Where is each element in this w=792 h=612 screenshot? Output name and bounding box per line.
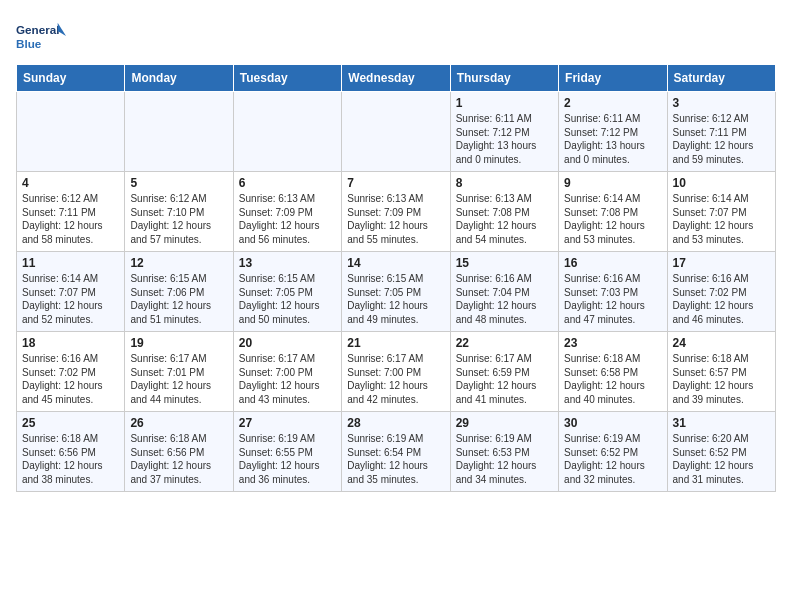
- weekday-header-wednesday: Wednesday: [342, 65, 450, 92]
- day-number: 26: [130, 416, 227, 430]
- weekday-header-sunday: Sunday: [17, 65, 125, 92]
- logo: General Blue: [16, 16, 66, 56]
- day-info: Sunrise: 6:19 AM Sunset: 6:53 PM Dayligh…: [456, 432, 553, 486]
- day-info: Sunrise: 6:15 AM Sunset: 7:06 PM Dayligh…: [130, 272, 227, 326]
- day-info: Sunrise: 6:13 AM Sunset: 7:09 PM Dayligh…: [239, 192, 336, 246]
- day-number: 21: [347, 336, 444, 350]
- day-number: 1: [456, 96, 553, 110]
- day-info: Sunrise: 6:16 AM Sunset: 7:03 PM Dayligh…: [564, 272, 661, 326]
- calendar-cell: 26Sunrise: 6:18 AM Sunset: 6:56 PM Dayli…: [125, 412, 233, 492]
- calendar-cell: [233, 92, 341, 172]
- logo-svg: General Blue: [16, 16, 66, 56]
- weekday-header-saturday: Saturday: [667, 65, 775, 92]
- day-info: Sunrise: 6:19 AM Sunset: 6:52 PM Dayligh…: [564, 432, 661, 486]
- day-info: Sunrise: 6:19 AM Sunset: 6:54 PM Dayligh…: [347, 432, 444, 486]
- day-info: Sunrise: 6:12 AM Sunset: 7:11 PM Dayligh…: [22, 192, 119, 246]
- calendar-cell: 30Sunrise: 6:19 AM Sunset: 6:52 PM Dayli…: [559, 412, 667, 492]
- calendar-week-row: 4Sunrise: 6:12 AM Sunset: 7:11 PM Daylig…: [17, 172, 776, 252]
- day-number: 27: [239, 416, 336, 430]
- calendar-week-row: 25Sunrise: 6:18 AM Sunset: 6:56 PM Dayli…: [17, 412, 776, 492]
- day-info: Sunrise: 6:17 AM Sunset: 6:59 PM Dayligh…: [456, 352, 553, 406]
- day-number: 2: [564, 96, 661, 110]
- calendar-cell: 22Sunrise: 6:17 AM Sunset: 6:59 PM Dayli…: [450, 332, 558, 412]
- calendar-cell: [125, 92, 233, 172]
- calendar-cell: 15Sunrise: 6:16 AM Sunset: 7:04 PM Dayli…: [450, 252, 558, 332]
- day-number: 30: [564, 416, 661, 430]
- calendar-cell: 4Sunrise: 6:12 AM Sunset: 7:11 PM Daylig…: [17, 172, 125, 252]
- day-number: 24: [673, 336, 770, 350]
- day-info: Sunrise: 6:14 AM Sunset: 7:07 PM Dayligh…: [22, 272, 119, 326]
- calendar-cell: 16Sunrise: 6:16 AM Sunset: 7:03 PM Dayli…: [559, 252, 667, 332]
- svg-text:General: General: [16, 23, 59, 36]
- day-info: Sunrise: 6:17 AM Sunset: 7:00 PM Dayligh…: [347, 352, 444, 406]
- weekday-header-friday: Friday: [559, 65, 667, 92]
- day-info: Sunrise: 6:18 AM Sunset: 6:56 PM Dayligh…: [130, 432, 227, 486]
- day-number: 28: [347, 416, 444, 430]
- day-number: 6: [239, 176, 336, 190]
- calendar-cell: 5Sunrise: 6:12 AM Sunset: 7:10 PM Daylig…: [125, 172, 233, 252]
- day-info: Sunrise: 6:12 AM Sunset: 7:11 PM Dayligh…: [673, 112, 770, 166]
- day-number: 13: [239, 256, 336, 270]
- day-number: 3: [673, 96, 770, 110]
- day-info: Sunrise: 6:19 AM Sunset: 6:55 PM Dayligh…: [239, 432, 336, 486]
- calendar-cell: 29Sunrise: 6:19 AM Sunset: 6:53 PM Dayli…: [450, 412, 558, 492]
- calendar-cell: 7Sunrise: 6:13 AM Sunset: 7:09 PM Daylig…: [342, 172, 450, 252]
- calendar-cell: 6Sunrise: 6:13 AM Sunset: 7:09 PM Daylig…: [233, 172, 341, 252]
- calendar-cell: 21Sunrise: 6:17 AM Sunset: 7:00 PM Dayli…: [342, 332, 450, 412]
- day-number: 12: [130, 256, 227, 270]
- day-info: Sunrise: 6:18 AM Sunset: 6:57 PM Dayligh…: [673, 352, 770, 406]
- calendar-cell: 8Sunrise: 6:13 AM Sunset: 7:08 PM Daylig…: [450, 172, 558, 252]
- day-number: 31: [673, 416, 770, 430]
- day-info: Sunrise: 6:14 AM Sunset: 7:08 PM Dayligh…: [564, 192, 661, 246]
- calendar-cell: 25Sunrise: 6:18 AM Sunset: 6:56 PM Dayli…: [17, 412, 125, 492]
- weekday-header-tuesday: Tuesday: [233, 65, 341, 92]
- calendar-cell: 13Sunrise: 6:15 AM Sunset: 7:05 PM Dayli…: [233, 252, 341, 332]
- day-number: 10: [673, 176, 770, 190]
- calendar-cell: 3Sunrise: 6:12 AM Sunset: 7:11 PM Daylig…: [667, 92, 775, 172]
- day-number: 4: [22, 176, 119, 190]
- svg-text:Blue: Blue: [16, 37, 42, 50]
- calendar-cell: 11Sunrise: 6:14 AM Sunset: 7:07 PM Dayli…: [17, 252, 125, 332]
- day-number: 14: [347, 256, 444, 270]
- calendar-table: SundayMondayTuesdayWednesdayThursdayFrid…: [16, 64, 776, 492]
- calendar-cell: 1Sunrise: 6:11 AM Sunset: 7:12 PM Daylig…: [450, 92, 558, 172]
- day-info: Sunrise: 6:13 AM Sunset: 7:08 PM Dayligh…: [456, 192, 553, 246]
- calendar-cell: 12Sunrise: 6:15 AM Sunset: 7:06 PM Dayli…: [125, 252, 233, 332]
- day-info: Sunrise: 6:11 AM Sunset: 7:12 PM Dayligh…: [456, 112, 553, 166]
- calendar-cell: 24Sunrise: 6:18 AM Sunset: 6:57 PM Dayli…: [667, 332, 775, 412]
- day-info: Sunrise: 6:17 AM Sunset: 7:00 PM Dayligh…: [239, 352, 336, 406]
- day-number: 9: [564, 176, 661, 190]
- calendar-week-row: 1Sunrise: 6:11 AM Sunset: 7:12 PM Daylig…: [17, 92, 776, 172]
- day-info: Sunrise: 6:16 AM Sunset: 7:04 PM Dayligh…: [456, 272, 553, 326]
- day-number: 8: [456, 176, 553, 190]
- day-info: Sunrise: 6:13 AM Sunset: 7:09 PM Dayligh…: [347, 192, 444, 246]
- day-number: 20: [239, 336, 336, 350]
- calendar-cell: 14Sunrise: 6:15 AM Sunset: 7:05 PM Dayli…: [342, 252, 450, 332]
- day-info: Sunrise: 6:15 AM Sunset: 7:05 PM Dayligh…: [239, 272, 336, 326]
- weekday-header-row: SundayMondayTuesdayWednesdayThursdayFrid…: [17, 65, 776, 92]
- calendar-cell: 27Sunrise: 6:19 AM Sunset: 6:55 PM Dayli…: [233, 412, 341, 492]
- day-info: Sunrise: 6:12 AM Sunset: 7:10 PM Dayligh…: [130, 192, 227, 246]
- page-header: General Blue: [16, 16, 776, 56]
- day-number: 19: [130, 336, 227, 350]
- day-number: 29: [456, 416, 553, 430]
- day-number: 23: [564, 336, 661, 350]
- day-number: 15: [456, 256, 553, 270]
- day-info: Sunrise: 6:18 AM Sunset: 6:58 PM Dayligh…: [564, 352, 661, 406]
- day-number: 25: [22, 416, 119, 430]
- day-number: 7: [347, 176, 444, 190]
- calendar-cell: 9Sunrise: 6:14 AM Sunset: 7:08 PM Daylig…: [559, 172, 667, 252]
- day-info: Sunrise: 6:16 AM Sunset: 7:02 PM Dayligh…: [673, 272, 770, 326]
- calendar-cell: 19Sunrise: 6:17 AM Sunset: 7:01 PM Dayli…: [125, 332, 233, 412]
- calendar-cell: 23Sunrise: 6:18 AM Sunset: 6:58 PM Dayli…: [559, 332, 667, 412]
- calendar-cell: 20Sunrise: 6:17 AM Sunset: 7:00 PM Dayli…: [233, 332, 341, 412]
- day-info: Sunrise: 6:15 AM Sunset: 7:05 PM Dayligh…: [347, 272, 444, 326]
- calendar-cell: 18Sunrise: 6:16 AM Sunset: 7:02 PM Dayli…: [17, 332, 125, 412]
- weekday-header-monday: Monday: [125, 65, 233, 92]
- calendar-cell: 10Sunrise: 6:14 AM Sunset: 7:07 PM Dayli…: [667, 172, 775, 252]
- day-info: Sunrise: 6:11 AM Sunset: 7:12 PM Dayligh…: [564, 112, 661, 166]
- day-number: 18: [22, 336, 119, 350]
- calendar-cell: 31Sunrise: 6:20 AM Sunset: 6:52 PM Dayli…: [667, 412, 775, 492]
- calendar-cell: 28Sunrise: 6:19 AM Sunset: 6:54 PM Dayli…: [342, 412, 450, 492]
- day-info: Sunrise: 6:20 AM Sunset: 6:52 PM Dayligh…: [673, 432, 770, 486]
